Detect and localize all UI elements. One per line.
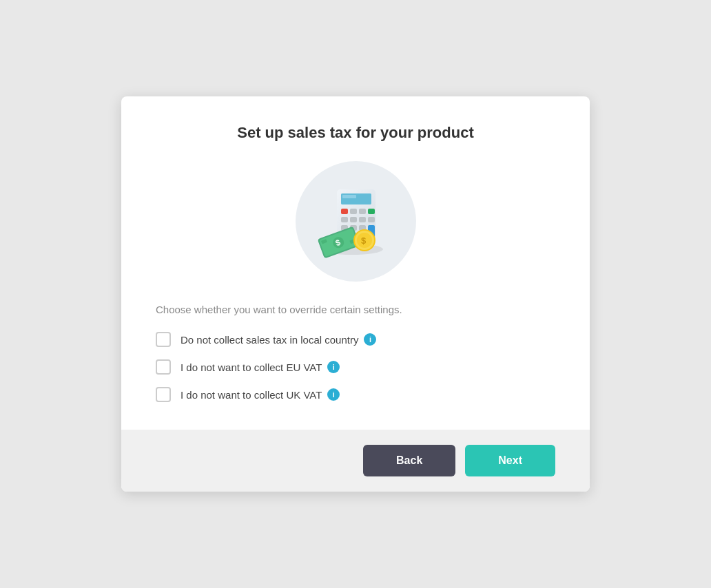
svg-rect-12 bbox=[359, 217, 366, 222]
option-label-eu-vat[interactable]: I do not want to collect EU VAT i bbox=[181, 361, 340, 373]
info-icon-local-tax[interactable]: i bbox=[364, 333, 376, 346]
svg-rect-7 bbox=[350, 209, 357, 214]
checkbox-no-eu-vat[interactable] bbox=[156, 359, 171, 375]
option-item-local-tax: Do not collect sales tax in local countr… bbox=[156, 332, 555, 347]
svg-rect-9 bbox=[368, 209, 375, 214]
option-item-uk-vat: I do not want to collect UK VAT i bbox=[156, 387, 555, 402]
svg-rect-5 bbox=[342, 195, 356, 198]
back-button[interactable]: Back bbox=[363, 445, 455, 476]
options-list: Do not collect sales tax in local countr… bbox=[156, 332, 555, 402]
svg-rect-11 bbox=[350, 217, 357, 222]
info-icon-eu-vat[interactable]: i bbox=[327, 361, 340, 373]
sales-tax-modal: Set up sales tax for your product bbox=[121, 96, 590, 492]
svg-text:$: $ bbox=[361, 235, 367, 246]
modal-title: Set up sales tax for your product bbox=[237, 124, 474, 142]
next-button[interactable]: Next bbox=[465, 445, 555, 476]
modal-body: Set up sales tax for your product bbox=[121, 96, 590, 430]
svg-rect-13 bbox=[368, 217, 375, 222]
checkbox-no-uk-vat[interactable] bbox=[156, 387, 171, 402]
modal-footer: Back Next bbox=[121, 430, 590, 492]
tax-illustration: $ $ bbox=[296, 161, 416, 282]
svg-rect-10 bbox=[341, 217, 348, 222]
info-icon-uk-vat[interactable]: i bbox=[327, 388, 340, 401]
checkbox-no-local-tax[interactable] bbox=[156, 332, 171, 347]
option-label-local-tax[interactable]: Do not collect sales tax in local countr… bbox=[181, 333, 376, 346]
svg-rect-6 bbox=[341, 209, 348, 214]
option-item-eu-vat: I do not want to collect EU VAT i bbox=[156, 359, 555, 375]
description-text: Choose whether you want to override cert… bbox=[156, 304, 555, 315]
svg-rect-8 bbox=[359, 209, 366, 214]
illustration-svg: $ $ bbox=[311, 177, 400, 266]
option-label-uk-vat[interactable]: I do not want to collect UK VAT i bbox=[181, 388, 340, 401]
